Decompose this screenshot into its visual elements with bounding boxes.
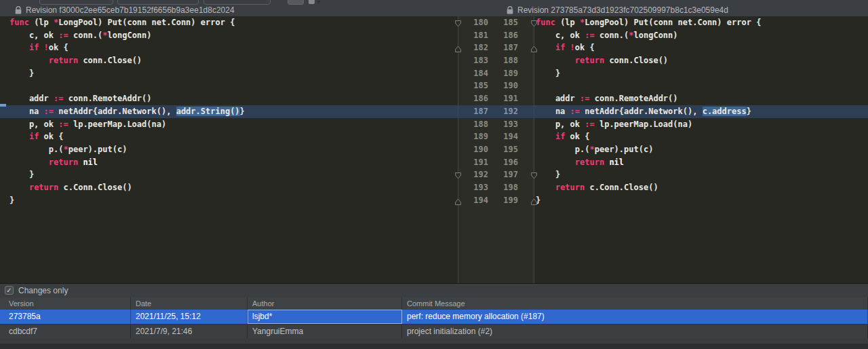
code-line: return conn.Close() xyxy=(9,54,245,67)
table-cell[interactable]: 2021/7/9, 21:46 xyxy=(131,325,248,339)
history-table[interactable]: VersionDateAuthorCommit Message 273785a2… xyxy=(0,297,868,338)
fold-marker-icon[interactable] xyxy=(454,170,462,179)
right-revision-label: Revision 273785a73d3d1923fc702509997b8c1… xyxy=(517,5,728,15)
table-cell[interactable]: lsjbd* xyxy=(248,310,402,324)
line-number: 186 xyxy=(458,29,518,42)
line-number: 197 xyxy=(458,168,518,181)
column-header-date[interactable]: Date xyxy=(131,297,248,310)
code-line: } xyxy=(536,67,761,80)
toolbar-button[interactable] xyxy=(288,0,304,5)
lock-icon xyxy=(507,6,513,14)
lock-icon xyxy=(15,6,22,14)
line-number: 191 xyxy=(458,92,518,105)
code-line: func (lp *LongPool) Put(conn net.Conn) e… xyxy=(9,16,245,29)
code-line: return nil xyxy=(536,156,761,169)
fold-marker-icon[interactable] xyxy=(530,43,538,52)
line-number: 193 xyxy=(458,118,518,131)
code-line xyxy=(536,79,761,92)
code-line: c, ok := conn.(*longConn) xyxy=(536,29,761,42)
history-table-empty-area xyxy=(0,338,868,344)
settings-icon[interactable] xyxy=(309,0,315,4)
line-number: 196 xyxy=(458,156,518,169)
code-line: } xyxy=(536,168,761,181)
line-number: 185 xyxy=(458,16,518,29)
table-cell[interactable]: perf: reduce memory allocation (#187) xyxy=(402,310,868,324)
left-code-pane[interactable]: func (lp *LongPool) Put(conn net.Conn) e… xyxy=(9,16,245,206)
left-revision-label: Revision f3000c2ee65ceb7b19152f6656b9a3e… xyxy=(26,5,235,15)
line-number: 190 xyxy=(458,79,518,92)
code-line xyxy=(9,79,245,92)
column-header-version[interactable]: Version xyxy=(0,297,131,310)
line-number: 194 xyxy=(458,130,518,143)
table-cell[interactable]: cdbcdf7 xyxy=(0,325,131,339)
table-cell[interactable]: YangruiEmma xyxy=(248,325,402,339)
bottom-strip xyxy=(0,344,868,349)
code-line: if ok { xyxy=(536,130,761,143)
diff-editor[interactable]: func (lp *LongPool) Put(conn net.Conn) e… xyxy=(0,16,868,283)
code-line: return conn.Close() xyxy=(536,54,761,67)
fold-marker-icon[interactable] xyxy=(454,18,462,26)
code-line: return nil xyxy=(9,156,245,169)
fold-marker-icon[interactable] xyxy=(454,43,462,52)
code-line: } xyxy=(9,194,245,207)
table-cell[interactable]: 2021/11/25, 15:12 xyxy=(131,310,248,324)
table-row[interactable]: 273785a2021/11/25, 15:12lsjbd*perf: redu… xyxy=(0,310,868,324)
code-line: p, ok := lp.peerMap.Load(na) xyxy=(536,118,761,131)
fold-marker-icon[interactable] xyxy=(530,18,538,26)
fold-marker-icon[interactable] xyxy=(454,196,462,204)
code-line: } xyxy=(536,194,761,207)
code-line: } xyxy=(9,67,245,80)
code-line: return c.Conn.Close() xyxy=(9,181,245,194)
code-line: na := netAddr{addr.Network(), addr.Strin… xyxy=(9,105,245,118)
code-line: if !ok { xyxy=(9,41,245,54)
line-number: 189 xyxy=(458,67,518,80)
change-marker xyxy=(0,104,6,107)
right-line-numbers: 1851861871881891901911921931941951961971… xyxy=(458,16,518,206)
code-line: func (lp *LongPool) Put(conn net.Conn) e… xyxy=(536,16,761,29)
changes-only-checkbox[interactable]: ✓ xyxy=(5,286,14,295)
table-cell[interactable]: 273785a xyxy=(0,310,131,324)
code-line: p.(*peer).put(c) xyxy=(9,143,245,156)
diff-header-bar: Revision f3000c2ee65ceb7b19152f6656b9a3e… xyxy=(0,0,868,16)
code-line: if ok { xyxy=(9,130,245,143)
left-revision-title: Revision f3000c2ee65ceb7b19152f6656b9a3e… xyxy=(15,0,235,16)
line-number: 199 xyxy=(458,194,518,207)
line-number: 198 xyxy=(458,181,518,194)
history-table-header: VersionDateAuthorCommit Message xyxy=(0,297,868,310)
line-number: 187 xyxy=(458,41,518,54)
gutter-right-separator xyxy=(534,16,534,283)
code-line: c, ok := conn.(*longConn) xyxy=(9,29,245,42)
line-number: 195 xyxy=(458,143,518,156)
code-line: } xyxy=(9,168,245,181)
code-line: addr := conn.RemoteAddr() xyxy=(536,92,761,105)
chevron-down-icon xyxy=(317,1,321,3)
code-line: p.(*peer).put(c) xyxy=(536,143,761,156)
check-icon: ✓ xyxy=(6,287,12,294)
fold-marker-icon[interactable] xyxy=(530,170,538,179)
code-line: addr := conn.RemoteAddr() xyxy=(9,92,245,105)
column-header-author[interactable]: Author xyxy=(248,297,402,310)
code-line: return c.Conn.Close() xyxy=(536,181,761,194)
right-code-pane[interactable]: func (lp *LongPool) Put(conn net.Conn) e… xyxy=(536,16,761,206)
code-line: p, ok := lp.peerMap.Load(na) xyxy=(9,118,245,131)
code-line: if !ok { xyxy=(536,41,761,54)
code-line: na := netAddr{addr.Network(), c.address} xyxy=(536,105,761,118)
changes-only-label: Changes only xyxy=(18,284,68,297)
column-header-commit-message[interactable]: Commit Message xyxy=(402,297,868,310)
line-number: 192 xyxy=(458,105,518,118)
right-revision-title: Revision 273785a73d3d1923fc702509997b8c1… xyxy=(507,0,728,16)
line-number: 188 xyxy=(458,54,518,67)
table-row[interactable]: cdbcdf72021/7/9, 21:46YangruiEmmaproject… xyxy=(0,324,868,339)
fold-marker-icon[interactable] xyxy=(530,196,538,204)
history-options-bar: ✓ Changes only xyxy=(0,284,868,297)
table-cell[interactable]: project initialization (#2) xyxy=(402,325,868,339)
